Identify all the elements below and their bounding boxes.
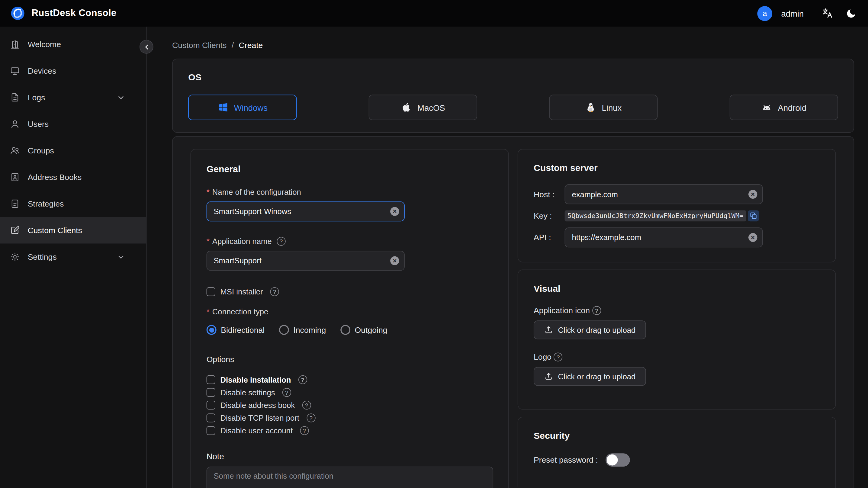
apple-icon: [401, 102, 412, 113]
os-button-macos[interactable]: MacOS: [369, 94, 477, 120]
translate-icon[interactable]: [820, 6, 835, 21]
upload-icon: [544, 372, 553, 381]
security-section: Security Preset password :: [518, 417, 836, 488]
sidebar-item-logs[interactable]: Logs: [0, 84, 146, 111]
sidebar-item-label: Logs: [28, 93, 45, 102]
help-icon[interactable]: ?: [300, 426, 309, 435]
option-disable-address-book: Disable address book ?: [207, 401, 493, 409]
visual-title: Visual: [534, 283, 820, 294]
required-mark: *: [207, 307, 210, 316]
os-button-label: Linux: [601, 103, 622, 112]
general-title: General: [207, 164, 493, 175]
api-row: API : ×: [534, 227, 820, 247]
sidebar-collapse-button[interactable]: [140, 40, 153, 54]
radio-bidirectional[interactable]: Bidirectional: [207, 325, 265, 335]
radio-incoming[interactable]: Incoming: [279, 325, 326, 335]
api-input-wrap: ×: [565, 227, 763, 247]
logo-label: Logo ?: [534, 353, 820, 362]
key-row: Key : 5Qbwsde3unUcJBtrx9ZkvUmwFNoExHzpry…: [534, 211, 820, 222]
server-key-value: 5Qbwsde3unUcJBtrx9ZkvUmwFNoExHzpryHuPUdq…: [565, 211, 746, 222]
application-name-input[interactable]: [207, 251, 405, 271]
avatar[interactable]: a: [757, 6, 772, 21]
edit-square-icon: [10, 225, 20, 235]
radio-outgoing[interactable]: Outgoing: [340, 325, 388, 335]
note-textarea[interactable]: [207, 466, 493, 488]
help-icon[interactable]: ?: [302, 401, 311, 409]
right-column: Custom server Host : × Key :: [518, 149, 836, 488]
host-input[interactable]: [565, 184, 763, 204]
custom-server-section: Custom server Host : × Key :: [518, 149, 836, 263]
checkbox[interactable]: [207, 375, 215, 384]
sidebar-item-label: Users: [28, 120, 49, 128]
radio-icon: [340, 325, 350, 335]
required-mark: *: [207, 187, 210, 196]
clear-icon[interactable]: ×: [390, 256, 399, 265]
options-label: Options: [207, 355, 493, 364]
help-icon[interactable]: ?: [277, 237, 285, 245]
copy-icon: [750, 212, 757, 220]
os-button-android[interactable]: Android: [730, 94, 838, 120]
msi-installer-checkbox[interactable]: [207, 287, 215, 296]
top-bar: RustDesk Console a admin: [0, 0, 868, 27]
preset-password-row: Preset password :: [534, 453, 820, 466]
checkbox[interactable]: [207, 414, 215, 422]
api-input[interactable]: [565, 227, 763, 247]
sidebar-item-groups[interactable]: Groups: [0, 138, 146, 164]
host-label: Host :: [534, 190, 565, 199]
clear-icon[interactable]: ×: [390, 207, 399, 216]
custom-server-rows: Host : × Key : 5Qbwsde3unUcJBtrx9ZkvUmwF…: [534, 184, 820, 247]
help-icon[interactable]: ?: [592, 306, 601, 315]
help-icon[interactable]: ?: [270, 287, 279, 296]
create-form-card: General * Name of the configuration × * …: [172, 136, 854, 488]
sidebar-item-address-books[interactable]: Address Books: [0, 164, 146, 190]
note-label: Note: [207, 452, 493, 461]
sidebar-item-strategies[interactable]: Strategies: [0, 190, 146, 217]
application-icon-upload-button[interactable]: Click or drag to upload: [534, 321, 646, 339]
linux-penguin-icon: [585, 102, 596, 113]
address-book-icon: [10, 172, 20, 182]
os-button-linux[interactable]: Linux: [549, 94, 657, 120]
users-icon: [10, 146, 20, 155]
os-button-label: Android: [778, 103, 806, 112]
checkbox[interactable]: [207, 426, 215, 435]
key-label: Key :: [534, 211, 565, 220]
custom-server-title: Custom server: [534, 163, 820, 173]
sidebar-item-welcome[interactable]: Welcome: [0, 31, 146, 58]
help-icon[interactable]: ?: [554, 353, 562, 362]
os-button-label: MacOS: [417, 103, 445, 112]
checkbox[interactable]: [207, 401, 215, 409]
help-icon[interactable]: ?: [307, 414, 315, 422]
sidebar-item-custom-clients[interactable]: Custom Clients: [0, 217, 146, 243]
logo-upload-button[interactable]: Click or drag to upload: [534, 367, 646, 386]
os-button-windows[interactable]: Windows: [188, 94, 297, 120]
help-icon[interactable]: ?: [282, 388, 291, 397]
monitor-icon: [10, 66, 20, 76]
os-button-label: Windows: [234, 103, 268, 112]
msi-installer-label: MSI installer: [220, 287, 263, 296]
dark-mode-moon-icon[interactable]: [843, 6, 858, 21]
option-disable-installation: Disable installation ?: [207, 375, 493, 384]
windows-icon: [217, 102, 229, 113]
breadcrumb-section[interactable]: Custom Clients: [172, 41, 226, 50]
sidebar-item-users[interactable]: Users: [0, 111, 146, 138]
clear-icon[interactable]: ×: [748, 190, 757, 199]
sidebar-item-label: Strategies: [28, 199, 64, 208]
sidebar-item-devices[interactable]: Devices: [0, 58, 146, 84]
upload-button-label: Click or drag to upload: [558, 372, 636, 381]
username: admin: [781, 8, 804, 18]
preset-password-toggle[interactable]: [606, 453, 630, 466]
help-icon[interactable]: ?: [298, 375, 307, 384]
sidebar-item-settings[interactable]: Settings: [0, 243, 146, 270]
sidebar-item-label: Custom Clients: [28, 226, 82, 235]
upload-button-label: Click or drag to upload: [558, 326, 636, 334]
checkbox[interactable]: [207, 388, 215, 397]
application-icon-label: Application icon ?: [534, 306, 820, 315]
copy-key-button[interactable]: [748, 211, 759, 222]
top-right: a admin: [757, 6, 858, 21]
config-name-input[interactable]: [207, 202, 405, 221]
security-title: Security: [534, 431, 820, 441]
app-root: RustDesk Console a admin: [0, 0, 868, 488]
required-mark: *: [207, 237, 210, 245]
options-list: Disable installation ? Disable settings …: [207, 375, 493, 435]
clear-icon[interactable]: ×: [748, 233, 757, 242]
